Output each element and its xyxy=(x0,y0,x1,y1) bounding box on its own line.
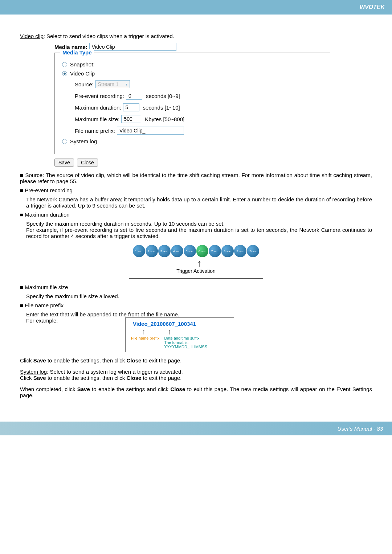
diagram-circles: 1 sec. 2 sec. 3 sec. 4 sec. 5 sec. 6 sec… xyxy=(133,245,259,257)
header-bar: VIVOTEK xyxy=(0,0,392,15)
diagram-circle: 1 sec. xyxy=(133,245,145,257)
media-type-fieldset: Media Type Snapshot: Video Clip Source: … xyxy=(54,53,330,154)
max-duration-row: Maximum duration: seconds [1~10] xyxy=(75,103,323,111)
systemlog-label: System log xyxy=(70,138,97,144)
videoclip-radio-row[interactable]: Video Clip xyxy=(62,70,323,77)
button-row: Save Close xyxy=(54,159,372,167)
pre-event-desc: The Network Camera has a buffer area; it… xyxy=(20,196,372,209)
media-form-screenshot: Media name: Media Type Snapshot: Video C… xyxy=(54,43,372,167)
footer-bar: User's Manual - 83 xyxy=(0,422,392,435)
example-filename: Video_20100607_100341 xyxy=(133,321,230,327)
arrow-up-icon: ↑ xyxy=(139,259,259,267)
diagram-circle: 7 sec. xyxy=(209,245,221,257)
arrow-up-icon: ↑ xyxy=(167,328,171,335)
diagram-circle: 5 sec. xyxy=(184,245,196,257)
source-value: Stream 1 xyxy=(98,81,119,87)
max-duration-hint: seconds [1~10] xyxy=(143,104,180,111)
chevron-down-icon: ▾ xyxy=(126,82,127,86)
videoclip-options: Source: Stream 1 ▾ Pre-event recording: … xyxy=(75,80,323,135)
video-clip-intro: Video clip: Select to send video clips w… xyxy=(20,33,372,39)
source-label: Source: xyxy=(75,81,94,87)
video-clip-desc: : Select to send video clips when a trig… xyxy=(44,33,174,39)
example-arrows: ↑ ↑ xyxy=(142,328,230,335)
max-filesize-hint: Kbytes [50~800] xyxy=(145,116,184,122)
example-suffix-label1: Date and time suffix xyxy=(164,336,230,340)
systemlog-desc: : Select to send a system log when a tri… xyxy=(47,369,183,375)
media-type-legend: Media Type xyxy=(60,49,94,56)
max-duration-desc2: For example, if pre-event recording is s… xyxy=(20,227,372,239)
brand-label: VIVOTEK xyxy=(359,4,385,11)
max-filesize-desc: Specify the maximum file size allowed. xyxy=(20,293,372,299)
media-name-label: Media name: xyxy=(54,44,87,50)
diagram-circle: 4 sec. xyxy=(171,245,183,257)
video-clip-title: Video clip xyxy=(20,33,44,39)
videoclip-radio[interactable] xyxy=(62,71,67,76)
source-select[interactable]: Stream 1 ▾ xyxy=(95,80,130,88)
prefix-example-label: For example: xyxy=(20,317,64,324)
save-button[interactable]: Save xyxy=(54,159,74,167)
prefix-label: File name prefix: xyxy=(75,128,115,134)
systemlog-radio-row[interactable]: System log xyxy=(62,138,323,144)
example-labels: File name prefix Date and time suffix Th… xyxy=(131,336,230,349)
videoclip-label: Video Clip xyxy=(70,70,95,77)
prefix-desc: Enter the text that will be appended to … xyxy=(20,311,372,317)
snapshot-radio-row[interactable]: Snapshot: xyxy=(62,61,323,67)
pre-event-label: Pre-event recording: xyxy=(75,93,124,99)
diagram-circle: 8 sec. xyxy=(221,245,234,257)
filename-example-box: Video_20100607_100341 ↑ ↑ File name pref… xyxy=(125,317,234,352)
example-prefix-label: File name prefix xyxy=(131,336,164,349)
diagram-circle: 10 sec. xyxy=(247,245,259,257)
max-filesize-label: Maximum file size: xyxy=(75,116,119,122)
final-para: When completed, click Save to enable the… xyxy=(20,386,372,398)
media-name-row: Media name: xyxy=(54,43,372,51)
media-name-input[interactable] xyxy=(89,43,176,51)
max-duration-input[interactable] xyxy=(123,103,139,111)
diagram-circle-highlight: 6 sec. xyxy=(196,245,209,257)
prefix-input[interactable] xyxy=(117,127,184,135)
trigger-activation-label: Trigger Activation xyxy=(133,268,259,274)
prefix-title: ■ File name prefix xyxy=(20,302,372,308)
systemlog-para: System log: Select to send a system log … xyxy=(20,369,372,381)
diagram-circle: 9 sec. xyxy=(234,245,246,257)
diagram-circle: 3 sec. xyxy=(158,245,171,257)
systemlog-title: System log xyxy=(20,369,47,375)
save-close-para-1: Click Save to enable the settings, then … xyxy=(20,357,372,364)
prefix-example-wrap: For example: Video_20100607_100341 ↑ ↑ F… xyxy=(20,317,372,352)
max-filesize-input[interactable] xyxy=(121,115,141,123)
example-suffix-label2: The format is: YYYYMMDD_HHMMSS xyxy=(164,340,230,349)
max-duration-title: ■ Maximum duration xyxy=(20,212,372,218)
trigger-diagram: 1 sec. 2 sec. 3 sec. 4 sec. 5 sec. 6 sec… xyxy=(129,241,263,279)
page-content: Video clip: Select to send video clips w… xyxy=(0,22,392,414)
max-filesize-title: ■ Maximum file size xyxy=(20,284,372,290)
diagram-circle: 2 sec. xyxy=(146,245,158,257)
pre-event-input[interactable] xyxy=(126,92,142,100)
systemlog-radio[interactable] xyxy=(62,139,67,144)
max-filesize-row: Maximum file size: Kbytes [50~800] xyxy=(75,115,323,123)
max-duration-desc1: Specify the maximum recording duration i… xyxy=(20,221,372,227)
pre-event-row: Pre-event recording: seconds [0~9] xyxy=(75,92,323,100)
arrow-up-icon: ↑ xyxy=(142,328,146,335)
close-button[interactable]: Close xyxy=(77,159,98,167)
source-paragraph: ■ Source: The source of video clip, whic… xyxy=(20,172,372,184)
example-suffix-block: Date and time suffix The format is: YYYY… xyxy=(164,336,230,349)
max-duration-label: Maximum duration: xyxy=(75,104,121,111)
snapshot-label: Snapshot: xyxy=(70,61,95,67)
source-row: Source: Stream 1 ▾ xyxy=(75,80,323,88)
footer-text: User's Manual - 83 xyxy=(338,426,383,432)
snapshot-radio[interactable] xyxy=(62,62,67,67)
pre-event-title: ■ Pre-event recording xyxy=(20,187,372,193)
prefix-row: File name prefix: xyxy=(75,127,323,135)
pre-event-hint: seconds [0~9] xyxy=(146,93,180,99)
